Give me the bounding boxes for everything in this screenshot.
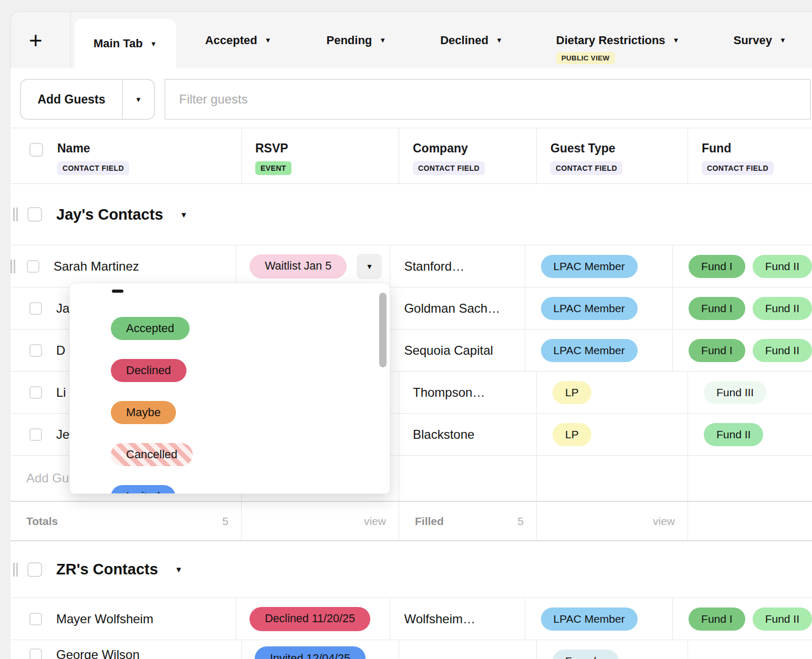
chevron-down-icon bbox=[779, 36, 786, 44]
company-name: Thompson… bbox=[413, 385, 485, 400]
chevron-down-icon[interactable] bbox=[180, 210, 188, 219]
rsvp-menu-option[interactable]: Declined bbox=[70, 349, 390, 392]
column-header[interactable]: RSVP EVENT bbox=[242, 128, 399, 183]
guest-type-pill[interactable]: LPAC Member bbox=[541, 297, 638, 320]
rsvp-cell: Declined 11/20/25 bbox=[236, 598, 390, 640]
toolbar: Add Guests bbox=[11, 68, 812, 128]
rsvp-cell: Invited 12/04/25 bbox=[242, 640, 399, 659]
row-checkbox[interactable] bbox=[29, 302, 42, 315]
rsvp-dropdown-menu: Accepted Declined Maybe Cancelled Invite… bbox=[69, 283, 390, 494]
rsvp-option-pill: Accepted bbox=[111, 317, 190, 340]
tab[interactable]: Declined bbox=[423, 12, 520, 68]
row-checkbox[interactable] bbox=[29, 344, 42, 357]
guest-type-cell: LPAC Member bbox=[525, 598, 673, 640]
column-header[interactable]: Name CONTACT FIELD bbox=[11, 128, 242, 183]
fund-cell: Fund IFund II bbox=[673, 329, 812, 371]
rsvp-pill[interactable]: Declined 11/20/25 bbox=[249, 607, 370, 631]
guest-type-pill[interactable]: LPAC Member bbox=[541, 607, 638, 631]
table-row: Sarah Martinez Waitlist Jan 5 Stanford… … bbox=[11, 245, 812, 287]
rsvp-menu-option[interactable]: Cancelled bbox=[70, 434, 390, 476]
chevron-down-icon bbox=[135, 95, 142, 104]
rsvp-view-link[interactable]: view bbox=[364, 515, 386, 528]
group-checkbox[interactable] bbox=[27, 562, 42, 577]
row-checkbox[interactable] bbox=[29, 613, 42, 625]
guest-type-cell: LPAC Member bbox=[525, 245, 673, 287]
row-checkbox[interactable] bbox=[29, 428, 42, 441]
chevron-down-icon bbox=[150, 40, 157, 48]
select-all-checkbox[interactable] bbox=[29, 143, 43, 157]
tab[interactable]: Pending bbox=[309, 12, 404, 68]
tab-list: Main Tab Accepted Pending Declined Dieta… bbox=[70, 12, 812, 68]
rsvp-option-pill: Cancelled bbox=[111, 443, 193, 466]
rsvp-menu-option[interactable]: Accepted bbox=[70, 307, 390, 349]
column-header[interactable]: Fund CONTACT FIELD bbox=[688, 128, 812, 183]
guest-name: D bbox=[56, 343, 65, 358]
group-header-row: Jay's Contacts bbox=[11, 184, 812, 245]
fund-pill[interactable]: Fund III bbox=[704, 381, 766, 404]
fund-pill[interactable]: Fund II bbox=[753, 255, 812, 278]
totals-label: Totals bbox=[26, 515, 58, 528]
fund-pill[interactable]: Fund II bbox=[753, 607, 812, 631]
new-tab-button[interactable]: + bbox=[29, 12, 43, 68]
tab[interactable]: Survey bbox=[716, 12, 803, 68]
fund-pill[interactable]: Fund II bbox=[704, 423, 763, 446]
add-guests-menu-button[interactable] bbox=[123, 80, 154, 119]
fund-pill[interactable]: Fund II bbox=[753, 339, 812, 362]
column-field-badge: EVENT bbox=[255, 161, 292, 175]
fund-pill[interactable]: Fund I bbox=[689, 607, 745, 631]
rsvp-cell: Waitlist Jan 5 bbox=[236, 245, 390, 287]
row-checkbox[interactable] bbox=[29, 386, 42, 399]
column-field-badge: CONTACT FIELD bbox=[57, 161, 129, 175]
guest-type-cell: LPAC Member bbox=[525, 329, 673, 371]
column-label: Guest Type bbox=[550, 141, 616, 156]
fund-cell: Fund IFund II bbox=[673, 245, 812, 287]
rsvp-pill[interactable]: Invited 12/04/25 bbox=[255, 646, 366, 659]
clear-rsvp-option-dash-icon[interactable] bbox=[112, 290, 123, 293]
guest-type-pill[interactable]: LP bbox=[553, 423, 591, 446]
guest-type-cell: LP bbox=[537, 414, 688, 455]
tab-label: Dietary Restrictions bbox=[556, 34, 665, 47]
guest-type-pill[interactable]: Founder bbox=[553, 650, 619, 659]
tab[interactable]: Accepted bbox=[188, 12, 289, 68]
fund-pill[interactable]: Fund I bbox=[689, 297, 745, 320]
guest-type-pill[interactable]: LP bbox=[553, 381, 591, 404]
fund-pill[interactable]: Fund II bbox=[753, 297, 812, 320]
fund-pill[interactable]: Fund I bbox=[689, 339, 745, 362]
column-header[interactable]: Guest Type CONTACT FIELD bbox=[537, 128, 688, 183]
guest-type-view-link[interactable]: view bbox=[653, 515, 675, 528]
table-row: Mayer Wolfsheim Declined 11/20/25 Wolfsh… bbox=[11, 598, 812, 640]
plus-icon: + bbox=[29, 27, 43, 54]
tab[interactable]: Dietary Restrictions PUBLIC VIEW bbox=[539, 12, 697, 68]
guest-name: Je bbox=[56, 427, 69, 442]
row-checkbox[interactable] bbox=[29, 648, 42, 659]
column-header[interactable]: Company CONTACT FIELD bbox=[399, 128, 537, 183]
fund-pill[interactable]: Fund I bbox=[689, 255, 745, 278]
rsvp-dropdown-button[interactable] bbox=[357, 254, 382, 279]
totals-count: 5 bbox=[222, 515, 228, 528]
guest-name: Ja bbox=[56, 301, 69, 316]
company-cell: Wolfsheim… bbox=[390, 598, 525, 640]
add-guests-button[interactable]: Add Guests bbox=[21, 80, 122, 119]
drag-handle-icon[interactable] bbox=[13, 208, 18, 221]
drag-handle-icon[interactable] bbox=[13, 563, 18, 576]
company-cell: Stanford… bbox=[390, 245, 525, 287]
guest-type-pill[interactable]: LPAC Member bbox=[541, 339, 638, 362]
rsvp-menu-option[interactable]: Maybe bbox=[70, 392, 390, 434]
chevron-down-icon[interactable] bbox=[175, 565, 183, 574]
row-checkbox[interactable] bbox=[27, 260, 39, 273]
rsvp-menu-option[interactable]: Invited bbox=[70, 476, 390, 494]
scrollbar-thumb[interactable] bbox=[379, 293, 387, 367]
table-header-row: Name CONTACT FIELD RSVP EVENT Company CO… bbox=[11, 128, 812, 184]
guest-type-pill[interactable]: LPAC Member bbox=[541, 255, 638, 278]
tab-label: Accepted bbox=[205, 34, 257, 47]
company-cell: Goldman Sach… bbox=[390, 287, 525, 329]
guest-name: Mayer Wolfsheim bbox=[56, 612, 153, 626]
tab[interactable]: Main Tab bbox=[75, 19, 176, 68]
guest-name: George Wilson bbox=[56, 647, 140, 659]
rsvp-pill[interactable]: Waitlist Jan 5 bbox=[249, 254, 347, 279]
table-row: George Wilson Invited 12/04/25 Founder bbox=[11, 640, 812, 659]
drag-handle-icon[interactable] bbox=[11, 260, 15, 273]
group-checkbox[interactable] bbox=[27, 207, 42, 222]
filled-count: 5 bbox=[517, 515, 524, 528]
filter-guests-input[interactable] bbox=[164, 79, 811, 120]
